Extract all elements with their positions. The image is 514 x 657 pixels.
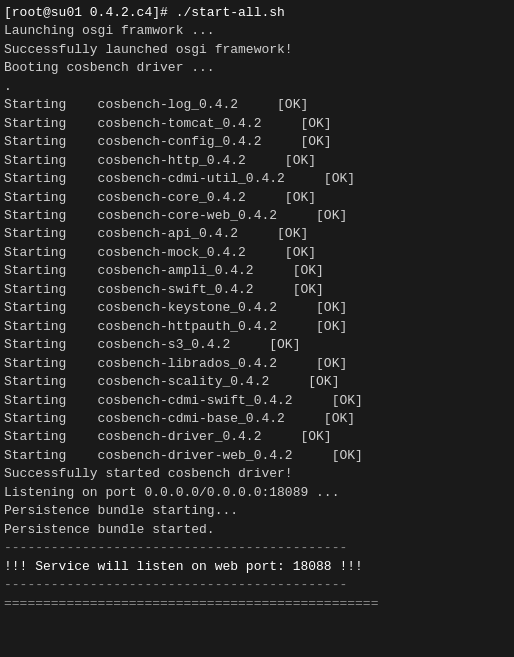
terminal-line: ========================================… bbox=[4, 595, 510, 613]
terminal-line: Starting cosbench-scality_0.4.2 [OK] bbox=[4, 373, 510, 391]
terminal-line: !!! Service will listen on web port: 180… bbox=[4, 558, 510, 576]
terminal-line: Starting cosbench-librados_0.4.2 [OK] bbox=[4, 355, 510, 373]
terminal-line: Starting cosbench-tomcat_0.4.2 [OK] bbox=[4, 115, 510, 133]
terminal-line: Successfully launched osgi framework! bbox=[4, 41, 510, 59]
terminal-line: Booting cosbench driver ... bbox=[4, 59, 510, 77]
terminal-line: ----------------------------------------… bbox=[4, 539, 510, 557]
terminal-line: Persistence bundle started. bbox=[4, 521, 510, 539]
terminal-line: Starting cosbench-cdmi-util_0.4.2 [OK] bbox=[4, 170, 510, 188]
terminal-line: Starting cosbench-httpauth_0.4.2 [OK] bbox=[4, 318, 510, 336]
terminal-line: [root@su01 0.4.2.c4]# ./start-all.sh bbox=[4, 4, 510, 22]
terminal-line: Starting cosbench-driver-web_0.4.2 [OK] bbox=[4, 447, 510, 465]
terminal-line: Starting cosbench-cdmi-base_0.4.2 [OK] bbox=[4, 410, 510, 428]
terminal-line: Starting cosbench-driver_0.4.2 [OK] bbox=[4, 428, 510, 446]
terminal-line: Launching osgi framwork ... bbox=[4, 22, 510, 40]
terminal-line: Successfully started cosbench driver! bbox=[4, 465, 510, 483]
terminal-line: Starting cosbench-log_0.4.2 [OK] bbox=[4, 96, 510, 114]
terminal-line: ----------------------------------------… bbox=[4, 576, 510, 594]
terminal-line: Starting cosbench-config_0.4.2 [OK] bbox=[4, 133, 510, 151]
terminal-line: Listening on port 0.0.0.0/0.0.0.0:18089 … bbox=[4, 484, 510, 502]
terminal-window: [root@su01 0.4.2.c4]# ./start-all.shLaun… bbox=[0, 0, 514, 657]
terminal-line: Starting cosbench-api_0.4.2 [OK] bbox=[4, 225, 510, 243]
terminal-line: Starting cosbench-http_0.4.2 [OK] bbox=[4, 152, 510, 170]
terminal-line: Starting cosbench-core_0.4.2 [OK] bbox=[4, 189, 510, 207]
terminal-line: Starting cosbench-mock_0.4.2 [OK] bbox=[4, 244, 510, 262]
terminal-line: Starting cosbench-swift_0.4.2 [OK] bbox=[4, 281, 510, 299]
terminal-line: Starting cosbench-s3_0.4.2 [OK] bbox=[4, 336, 510, 354]
terminal-line: Persistence bundle starting... bbox=[4, 502, 510, 520]
terminal-line: . bbox=[4, 78, 510, 96]
terminal-line: Starting cosbench-ampli_0.4.2 [OK] bbox=[4, 262, 510, 280]
terminal-line: Starting cosbench-cdmi-swift_0.4.2 [OK] bbox=[4, 392, 510, 410]
terminal-line: Starting cosbench-keystone_0.4.2 [OK] bbox=[4, 299, 510, 317]
terminal-line: Starting cosbench-core-web_0.4.2 [OK] bbox=[4, 207, 510, 225]
